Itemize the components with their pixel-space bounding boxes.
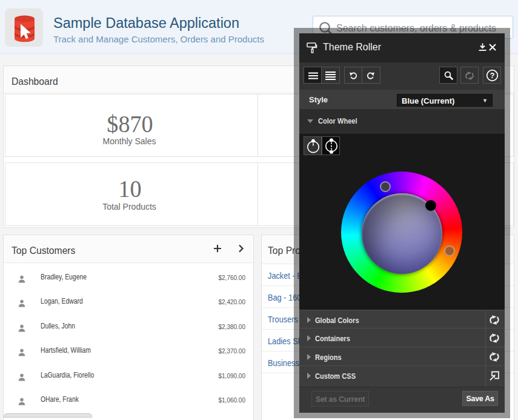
svg-text:?: ? [490, 72, 495, 80]
